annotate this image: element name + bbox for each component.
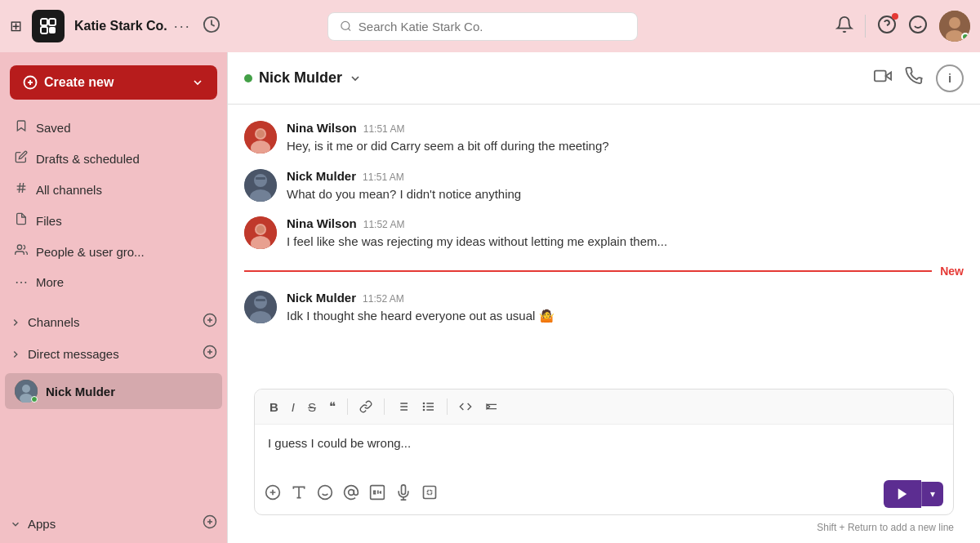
composer-text-input[interactable]: I guess I could be wrong... (255, 425, 953, 474)
message-author-2: Nick Mulder (287, 169, 356, 183)
message-group-4: Nick Mulder 11:52 AM Idk I thought she h… (244, 291, 964, 326)
user-online-dot (961, 33, 969, 41)
canvas-icon[interactable] (421, 484, 438, 505)
toolbar-divider-2 (384, 398, 385, 415)
svg-rect-52 (256, 299, 265, 301)
indent-button[interactable] (480, 397, 503, 416)
new-messages-divider: New (244, 265, 964, 278)
sidebar-item-all-channels[interactable]: All channels (5, 175, 222, 204)
composer-actions-right: ▾ (884, 480, 943, 508)
svg-line-21 (22, 183, 23, 193)
toolbar-divider-1 (347, 398, 348, 415)
search-input[interactable] (359, 20, 626, 33)
audio-icon[interactable] (395, 484, 412, 505)
svg-point-75 (349, 489, 354, 495)
message-author-1: Nina Wilson (287, 121, 357, 135)
svg-rect-1 (49, 19, 56, 25)
sidebar-item-files[interactable]: Files (5, 206, 222, 235)
grid-icon[interactable]: ⊞ (10, 17, 22, 35)
sidebar-item-people[interactable]: People & user gro... (5, 237, 222, 266)
search-icon (340, 20, 352, 33)
message-time-4: 11:52 AM (363, 293, 404, 305)
active-dm-user[interactable]: Nick Mulder (5, 373, 222, 409)
workspace-name[interactable]: Katie Stark Co. (74, 19, 167, 33)
unordered-list-button[interactable] (417, 397, 440, 416)
code-button[interactable] (454, 397, 477, 416)
video-call-icon[interactable] (874, 67, 892, 89)
chat-contact-name: Nick Mulder (259, 69, 342, 87)
new-label: New (940, 265, 964, 278)
nick-avatar-2 (244, 291, 277, 323)
sidebar-item-more[interactable]: ⋯ More (5, 268, 222, 296)
channels-add-icon[interactable] (203, 313, 217, 332)
composer-footer: ▾ (255, 474, 953, 514)
gif-icon[interactable] (369, 484, 385, 505)
message-author-3: Nina Wilson (287, 216, 357, 230)
emoji-icon[interactable] (908, 15, 928, 38)
apps-expand-icon (10, 519, 21, 530)
svg-point-48 (256, 225, 265, 234)
quote-button[interactable]: ❝ (324, 396, 341, 417)
contact-name-chevron[interactable] (349, 72, 362, 85)
strikethrough-button[interactable]: S (303, 397, 321, 417)
search-bar[interactable] (327, 12, 638, 41)
add-attachment-icon[interactable] (265, 484, 281, 505)
message-group-2: Nick Mulder 11:51 AM What do you mean? I… (244, 169, 964, 204)
link-button[interactable] (354, 397, 377, 416)
message-author-4: Nick Mulder (287, 291, 356, 305)
apps-section[interactable]: Apps (0, 508, 227, 540)
composer-wrapper: B I S ❝ (228, 389, 980, 543)
chat-info-button[interactable]: i (936, 65, 964, 92)
sidebar-item-saved[interactable]: Saved (5, 113, 222, 142)
svg-line-6 (348, 29, 350, 31)
text-format-icon[interactable] (291, 484, 307, 505)
phone-call-icon[interactable] (905, 67, 923, 89)
sidebar-navigation: Saved Drafts & scheduled All channels Fi… (0, 113, 227, 296)
svg-point-22 (17, 245, 21, 249)
bold-button[interactable]: B (265, 397, 283, 417)
files-icon (15, 212, 28, 229)
help-icon[interactable] (877, 15, 897, 38)
send-button[interactable] (884, 480, 921, 508)
mention-icon[interactable] (343, 484, 359, 505)
message-group-3: Nina Wilson 11:52 AM I feel like she was… (244, 216, 964, 251)
svg-rect-79 (424, 486, 436, 498)
more-icon: ⋯ (15, 274, 28, 290)
svg-point-9 (910, 16, 926, 33)
messages-area: Nina Wilson 11:51 AM Hey, is it me or di… (228, 105, 980, 389)
history-icon[interactable] (203, 16, 220, 38)
composer-toolbar: B I S ❝ (255, 389, 953, 425)
svg-rect-0 (41, 19, 47, 25)
svg-point-5 (341, 21, 350, 29)
ordered-list-button[interactable] (391, 397, 414, 416)
message-time-3: 11:52 AM (363, 219, 405, 230)
message-time-2: 11:51 AM (363, 171, 404, 183)
message-content-2: Nick Mulder 11:51 AM What do you mean? I… (287, 169, 964, 204)
chat-header-actions: i (874, 65, 964, 92)
italic-button[interactable]: I (287, 397, 300, 417)
svg-marker-35 (886, 72, 891, 79)
channels-section[interactable]: Channels (0, 306, 227, 338)
svg-point-63 (423, 406, 424, 407)
dm-section[interactable]: Direct messages (0, 338, 227, 370)
message-content-3: Nina Wilson 11:52 AM I feel like she was… (287, 216, 964, 251)
toolbar-divider-3 (447, 398, 448, 415)
emoji-picker-icon[interactable] (317, 484, 333, 505)
send-dropdown-button[interactable]: ▾ (921, 482, 943, 506)
workspace-menu-dots[interactable]: ··· (174, 18, 191, 35)
nina-avatar-1 (244, 121, 277, 154)
apps-add-icon[interactable] (203, 514, 217, 533)
svg-point-40 (256, 130, 265, 138)
svg-line-20 (19, 183, 20, 193)
svg-point-42 (254, 174, 267, 187)
notifications-icon[interactable] (835, 16, 853, 38)
message-text-4: Idk I thought she heard everyone out as … (287, 307, 964, 326)
svg-point-62 (423, 403, 424, 403)
sidebar-item-drafts[interactable]: Drafts & scheduled (5, 144, 222, 173)
message-content-1: Nina Wilson 11:51 AM Hey, is it me or di… (287, 121, 964, 156)
create-new-button[interactable]: Create new (10, 65, 217, 100)
main-content: Create new Saved Drafts & scheduled (0, 52, 980, 543)
topbar-right-actions (835, 11, 970, 42)
user-avatar[interactable] (939, 11, 970, 42)
dm-add-icon[interactable] (203, 345, 217, 363)
